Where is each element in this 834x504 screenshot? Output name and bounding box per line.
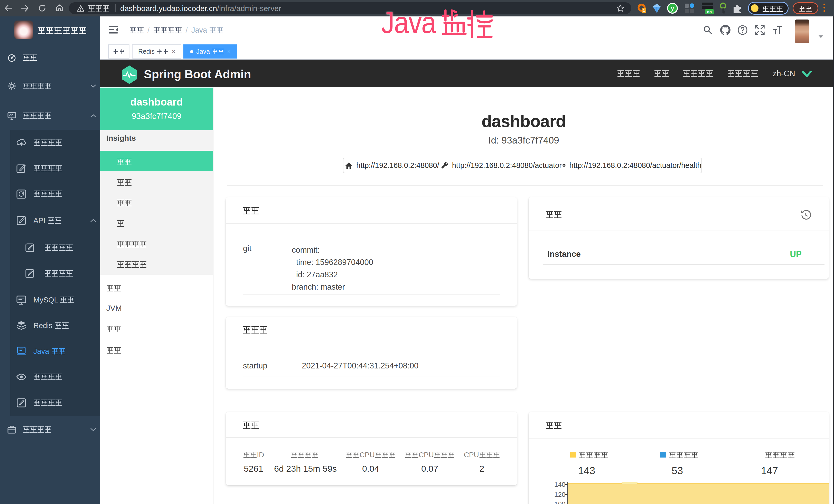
svg-text:1: 1 (643, 8, 645, 13)
svg-text:y: y (671, 5, 674, 12)
svg-text:on: on (707, 9, 712, 14)
